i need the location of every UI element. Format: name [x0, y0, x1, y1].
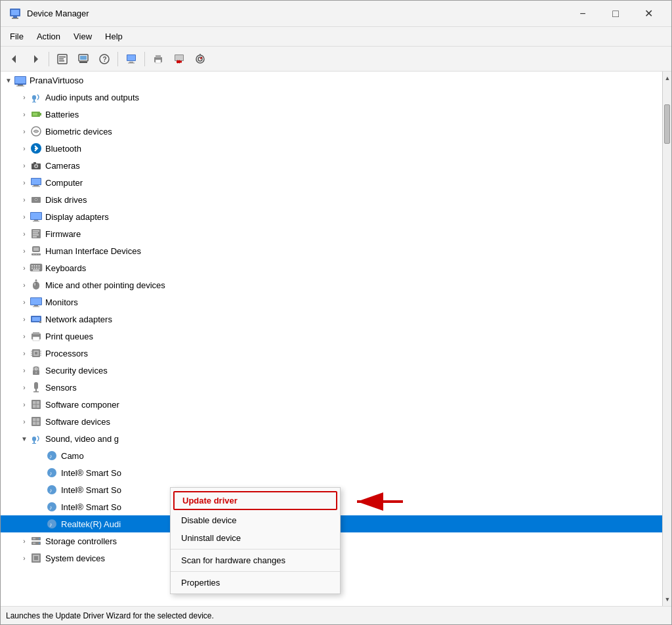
tree-item-camo[interactable]: ♪ Camo: [1, 447, 662, 464]
software-dev-expand-icon[interactable]: ›: [19, 416, 30, 427]
tree-item-security[interactable]: › Security devices: [1, 362, 662, 379]
svg-rect-131: [33, 538, 35, 540]
svg-rect-90: [33, 332, 39, 335]
update-driver-button[interactable]: [74, 49, 93, 69]
maximize-button[interactable]: □: [600, 4, 631, 24]
status-text: Launches the Update Driver Wizard for th…: [6, 611, 214, 620]
tree-item-sensors[interactable]: › Sensors: [1, 379, 662, 396]
root-expand-icon[interactable]: ▼: [3, 75, 14, 85]
tree-item-software-comp[interactable]: › Software componer: [1, 396, 662, 413]
properties-button[interactable]: [52, 49, 72, 69]
cameras-expand-icon[interactable]: ›: [19, 160, 30, 171]
tree-panel[interactable]: ▼ PranaVirtuoso ›: [1, 72, 662, 606]
sensors-expand-icon[interactable]: ›: [19, 382, 30, 393]
svg-rect-138: [34, 556, 38, 560]
ctx-scan-hardware[interactable]: Scan for hardware changes: [171, 551, 340, 569]
software-dev-label: Software devices: [45, 417, 110, 427]
biometric-expand-icon[interactable]: ›: [19, 126, 30, 137]
tree-item-firmware[interactable]: › Firmware: [1, 225, 662, 242]
tree-root[interactable]: ▼ PranaVirtuoso: [1, 72, 662, 89]
menu-action[interactable]: Action: [30, 29, 67, 44]
keyboards-expand-icon[interactable]: ›: [19, 263, 30, 273]
ctx-update-driver[interactable]: Update driver: [173, 491, 337, 510]
print-button[interactable]: [148, 49, 168, 69]
svg-rect-54: [31, 213, 41, 219]
svg-rect-94: [35, 352, 37, 355]
intel3-expand-icon: [35, 502, 45, 512]
intel3-icon: ♪: [45, 500, 58, 513]
svg-text:?: ?: [103, 56, 107, 63]
tree-item-hid[interactable]: › Human Interface Devices: [1, 242, 662, 259]
tree-item-sound[interactable]: ▼ Sound, video and g: [1, 430, 662, 447]
svg-rect-67: [38, 254, 39, 255]
tree-item-keyboards[interactable]: › Keyboards: [1, 259, 662, 276]
tree-item-intel1[interactable]: ♪ Intel® Smart So: [1, 464, 662, 481]
storage-expand-icon[interactable]: ›: [19, 536, 30, 546]
firmware-expand-icon[interactable]: ›: [19, 228, 30, 239]
tree-item-software-dev[interactable]: › Software devices: [1, 413, 662, 430]
back-button[interactable]: [5, 49, 24, 69]
tree-item-bluetooth[interactable]: › Bluetooth: [1, 140, 662, 157]
scroll-thumb[interactable]: [664, 104, 670, 144]
tree-item-processors[interactable]: › Processors: [1, 345, 662, 362]
security-expand-icon[interactable]: ›: [19, 365, 30, 376]
close-button[interactable]: ✕: [633, 4, 663, 24]
processors-expand-icon[interactable]: ›: [19, 348, 30, 358]
forward-button[interactable]: [26, 49, 45, 69]
display-expand-icon[interactable]: ›: [19, 211, 30, 222]
svg-rect-83: [31, 298, 41, 305]
scroll-up-button[interactable]: ▲: [663, 72, 671, 85]
print-expand-icon[interactable]: ›: [19, 331, 30, 341]
tree-item-disk[interactable]: › Disk drives: [1, 191, 662, 208]
network-expand-icon[interactable]: ›: [19, 314, 30, 324]
tree-item-network[interactable]: › Network adapters: [1, 311, 662, 328]
svg-rect-56: [33, 221, 39, 222]
remove-button[interactable]: [169, 49, 189, 69]
tree-item-print[interactable]: › Print queues: [1, 328, 662, 345]
security-icon: [30, 364, 43, 377]
minimize-button[interactable]: −: [568, 4, 598, 24]
bluetooth-expand-icon[interactable]: ›: [19, 143, 30, 154]
system-expand-icon[interactable]: ›: [19, 553, 30, 563]
camo-label: Camo: [61, 451, 84, 461]
scroll-down-button[interactable]: ▼: [663, 593, 671, 606]
audio-label: Audio inputs and outputs: [45, 93, 139, 102]
processors-label: Processors: [45, 349, 88, 358]
menu-help[interactable]: Help: [98, 29, 129, 44]
batteries-expand-icon[interactable]: ›: [19, 109, 30, 119]
svg-marker-5: [34, 55, 38, 63]
svg-rect-87: [32, 317, 40, 321]
vertical-scrollbar[interactable]: ▲ ▼: [662, 72, 671, 606]
hid-label: Human Interface Devices: [45, 246, 141, 256]
help-button[interactable]: ?: [94, 49, 114, 69]
monitors-expand-icon[interactable]: ›: [19, 297, 30, 307]
menu-file[interactable]: File: [3, 29, 30, 44]
audio-expand-icon[interactable]: ›: [19, 92, 30, 102]
computer-button[interactable]: [121, 49, 141, 69]
mice-expand-icon[interactable]: ›: [19, 280, 30, 290]
svg-rect-23: [175, 55, 183, 60]
hid-expand-icon[interactable]: ›: [19, 246, 30, 256]
ctx-uninstall-device[interactable]: Uninstall device: [171, 529, 340, 547]
sound-expand-icon[interactable]: ▼: [19, 433, 30, 444]
tree-item-batteries[interactable]: › Batteries: [1, 106, 662, 123]
computer-expand-icon[interactable]: ›: [19, 177, 30, 188]
ctx-disable-device[interactable]: Disable device: [171, 511, 340, 529]
menu-view[interactable]: View: [67, 29, 98, 44]
ctx-properties[interactable]: Properties: [171, 574, 340, 592]
tree-item-monitors[interactable]: › Monitors: [1, 293, 662, 311]
tree-item-display[interactable]: › Display adapters: [1, 208, 662, 225]
tree-item-biometric[interactable]: › Biometric devices: [1, 123, 662, 140]
svg-rect-77: [33, 270, 39, 271]
root-icon: [14, 74, 27, 87]
svg-rect-16: [127, 55, 135, 60]
tree-item-mice[interactable]: › Mice and other pointing devices: [1, 276, 662, 293]
svg-rect-69: [32, 265, 33, 267]
software-comp-expand-icon[interactable]: ›: [19, 399, 30, 410]
monitors-label: Monitors: [45, 297, 78, 307]
tree-item-computer[interactable]: › Computer: [1, 174, 662, 191]
scan-button[interactable]: [190, 49, 210, 69]
tree-item-cameras[interactable]: › Cameras: [1, 157, 662, 174]
tree-item-audio[interactable]: › Audio inputs and outputs: [1, 89, 662, 106]
disk-expand-icon[interactable]: ›: [19, 194, 30, 205]
